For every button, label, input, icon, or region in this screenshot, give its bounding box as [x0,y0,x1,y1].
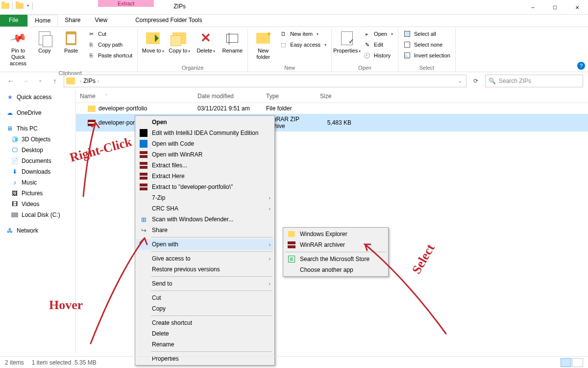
column-header-name[interactable]: Name˄ [76,90,194,103]
select-none-button[interactable]: Select none [401,39,452,50]
search-input[interactable]: 🔍 Search ZIPs [485,75,583,87]
new-folder-icon [255,30,271,46]
ctx-restore[interactable]: Restore previous versions [136,264,273,275]
edit-button[interactable]: ✎Edit [361,39,395,50]
tab-share[interactable]: Share [58,15,88,26]
open-icon: ▸ [363,30,371,38]
edit-icon: ✎ [363,41,371,49]
ctx-give-access[interactable]: Give access to› [136,253,273,264]
copy-path-button[interactable]: ⎘Copy path [85,39,134,50]
minimize-button[interactable]: ─ [522,0,544,15]
delete-icon: ✕ [198,30,214,46]
ctx-extract-here[interactable]: Extract Here [136,171,273,182]
new-item-button[interactable]: 🗋New item▾ [277,28,328,39]
sidebar-item-music[interactable]: ♪Music [0,177,75,188]
file-row-folder[interactable]: developer-portfolio 03/11/2021 9:51 am F… [76,103,588,114]
invert-selection-button[interactable]: Invert selection [401,50,452,61]
separator [32,2,33,10]
desktop-icon: 🖵 [11,146,19,154]
history-button[interactable]: 🕘History [361,50,395,61]
properties-button[interactable]: Properties▾ [335,28,359,56]
ctx-crc-sha[interactable]: CRC SHA› [136,203,273,214]
ctx-extract-to[interactable]: Extract to "developer-portfolio\" [136,182,273,192]
properties-icon [339,30,355,46]
view-thumbnails-button[interactable] [572,358,583,367]
help-icon[interactable]: ? [577,62,585,70]
ctx-edit-intellij[interactable]: Edit with IntelliJ IDEA Community Editio… [136,128,273,138]
ctx-share[interactable]: ↪Share [136,225,273,236]
sub-choose-app[interactable]: Choose another app [284,264,387,275]
select-all-icon [403,30,411,38]
copy-to-button[interactable]: Copy to▾ [167,28,192,56]
open-with-submenu: Windows Explorer WinRAR archiver ⊞Search… [283,227,389,277]
new-folder-button[interactable]: New folder [251,28,275,62]
sub-winrar[interactable]: WinRAR archiver [284,239,387,250]
open-button[interactable]: ▸Open▾ [361,28,395,39]
ctx-delete[interactable]: Delete [136,328,273,339]
sidebar-item-desktop[interactable]: 🖵Desktop [0,145,75,156]
sidebar-item-documents[interactable]: 📄Documents [0,156,75,166]
documents-icon: 📄 [11,157,19,165]
sidebar-item-videos[interactable]: 🎞Videos [0,199,75,210]
close-button[interactable]: ✕ [566,0,588,15]
paste-button[interactable]: Paste [59,28,83,56]
view-details-button[interactable] [561,358,571,367]
sidebar-item-quick-access[interactable]: ★Quick access [0,92,75,103]
maximize-button[interactable]: ☐ [544,0,566,15]
copy-button[interactable]: Copy [32,28,57,56]
column-header-size[interactable]: Size [316,90,355,103]
ctx-open-with[interactable]: Open with› [136,239,273,250]
easy-access-button[interactable]: ⬚Easy access▾ [277,39,328,50]
winrar-icon [286,240,297,249]
cut-button[interactable]: ✂Cut [85,28,134,39]
sidebar-item-downloads[interactable]: ⬇Downloads [0,166,75,177]
qat-dropdown[interactable]: ▾ [25,3,31,8]
nav-forward-button[interactable]: → [20,75,31,87]
select-all-button[interactable]: Select all [401,28,452,39]
ctx-7zip[interactable]: 7-Zip› [136,192,273,203]
separator [151,237,272,237]
sub-ms-store[interactable]: ⊞Search the Microsoft Store [284,254,387,264]
ctx-rename[interactable]: Rename [136,339,273,350]
ctx-send-to[interactable]: Send to› [136,278,273,289]
tab-compressed-tools[interactable]: Compressed Folder Tools [128,15,210,26]
pin-quick-access-button[interactable]: 📌 Pin to Quick access [6,28,30,69]
chevron-right-icon[interactable]: › [96,79,101,84]
ctx-copy[interactable]: Copy [136,303,273,314]
ctx-open[interactable]: Open [136,117,273,128]
sidebar-item-this-pc[interactable]: 🖥This PC [0,123,75,134]
sidebar-item-local-disk[interactable]: Local Disk (C:) [0,210,75,220]
ctx-cut[interactable]: Cut [136,292,273,303]
breadcrumb[interactable]: › ZIPs › ⌄ [64,75,466,87]
window-title: ZIPs [154,0,522,10]
refresh-button[interactable]: ⟳ [469,75,482,87]
ctx-extract-files[interactable]: Extract files... [136,160,273,171]
ctx-open-winrar[interactable]: Open with WinRAR [136,149,273,160]
rename-button[interactable]: Rename [220,28,245,56]
column-header-type[interactable]: Type [262,90,316,103]
sidebar-item-onedrive[interactable]: ☁OneDrive [0,107,75,118]
nav-recent-dropdown[interactable]: ▾ [34,75,46,87]
sub-windows-explorer[interactable]: Windows Explorer [284,229,387,239]
ctx-defender[interactable]: ⊞Scan with Windows Defender... [136,214,273,225]
sidebar-item-pictures[interactable]: 🖼Pictures [0,188,75,199]
tab-file[interactable]: File [0,15,27,26]
breadcrumb-dropdown[interactable]: ⌄ [458,79,462,83]
nav-up-button[interactable]: ↑ [49,75,61,87]
tab-home[interactable]: Home [27,15,58,26]
winrar-icon [138,172,149,181]
breadcrumb-location[interactable]: ZIPs [83,78,96,84]
column-header-date[interactable]: Date modified [194,90,262,103]
ctx-create-shortcut[interactable]: Create shortcut [136,317,273,328]
delete-button[interactable]: ✕ Delete▾ [194,28,218,56]
move-to-button[interactable]: Move to▾ [141,28,165,56]
ctx-open-code[interactable]: Open with Code [136,138,273,149]
nav-back-button[interactable]: ← [5,75,17,87]
paste-shortcut-button[interactable]: ⎘Paste shortcut [85,50,134,61]
context-menu: Open Edit with IntelliJ IDEA Community E… [135,115,275,366]
qat-folder-icon[interactable] [14,0,25,11]
chevron-right-icon[interactable]: › [78,79,83,84]
sidebar-item-network[interactable]: 🖧Network [0,225,75,236]
sidebar-item-3d-objects[interactable]: 🧊3D Objects [0,134,75,145]
tab-view[interactable]: View [88,15,115,26]
